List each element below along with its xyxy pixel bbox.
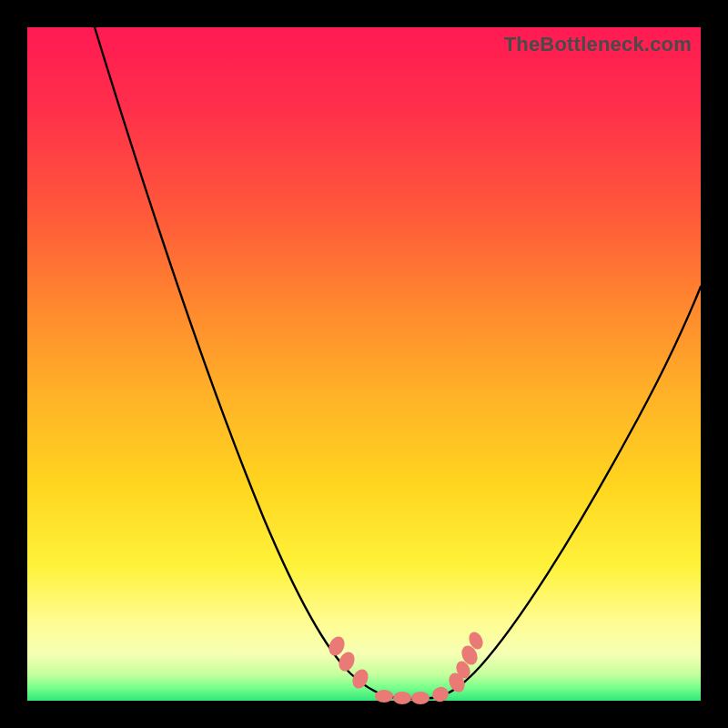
plot-area: TheBottleneck.com	[27, 27, 701, 701]
marker-dot	[430, 684, 450, 703]
trough-markers	[326, 630, 485, 704]
marker-dot	[393, 692, 411, 704]
bottleneck-curve-svg	[27, 27, 701, 701]
marker-dot	[375, 690, 393, 703]
curve-left-branch	[95, 27, 396, 698]
marker-dot	[411, 692, 430, 704]
chart-frame: TheBottleneck.com	[0, 0, 728, 728]
